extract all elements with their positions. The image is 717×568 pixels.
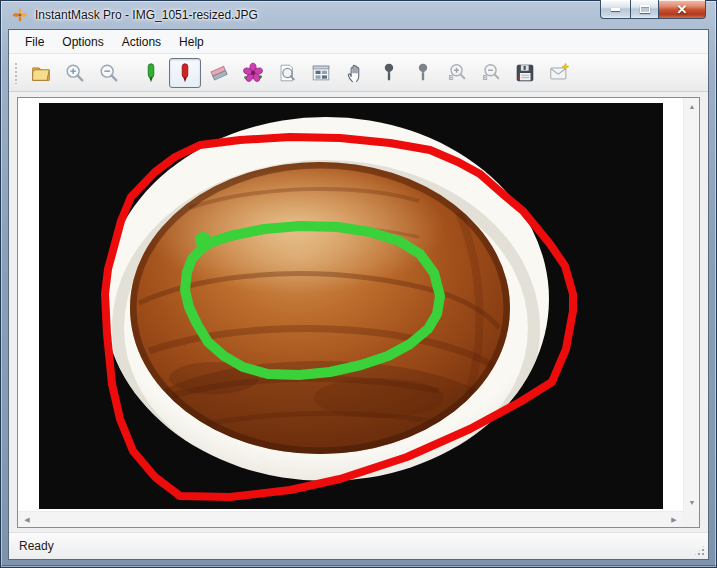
status-text: Ready [19,539,54,553]
email-icon [548,62,570,84]
open-folder-button[interactable] [25,58,57,88]
scroll-up-arrow[interactable]: ▲ [684,99,700,114]
photo-wooden-bowl[interactable] [39,103,663,509]
flower-mask-button[interactable] [237,58,269,88]
grid-view-button[interactable] [305,58,337,88]
brush-button[interactable] [373,58,405,88]
eraser-icon [208,62,230,84]
red-marker-icon [174,62,196,84]
menu-options[interactable]: Options [53,32,112,52]
menu-actions[interactable]: Actions [113,32,170,52]
window-controls: ✕ [600,0,706,19]
window-title: InstantMask Pro - IMG_1051-resized.JPG [35,8,258,22]
grid-view-icon [310,62,332,84]
eraser-button[interactable] [203,58,235,88]
scroll-left-arrow[interactable]: ◀ [19,512,35,527]
menubar: File Options Actions Help [9,30,708,53]
minimize-icon [611,8,620,11]
zoom-in-button[interactable] [59,58,91,88]
minimize-button[interactable] [600,0,630,19]
red-marker-button[interactable] [169,58,201,88]
brush-zoom-out-button[interactable]: B [475,58,507,88]
photo-image [39,103,663,509]
close-button[interactable]: ✕ [659,0,706,19]
preview-magnifier-icon [276,62,298,84]
scrollbar-corner [683,511,699,527]
green-marker-icon [140,62,162,84]
resize-grip[interactable] [693,544,706,557]
brush-zoom-in-icon: B [446,62,468,84]
maximize-button[interactable] [630,0,659,19]
svg-text:B: B [449,74,454,81]
close-icon: ✕ [677,2,688,17]
flower-icon [242,62,264,84]
horizontal-scrollbar[interactable]: ◀ ▶ [18,511,683,527]
brush-zoom-out-icon: B [480,62,502,84]
statusbar: Ready [9,532,708,559]
save-icon [514,62,536,84]
zoom-out-icon [98,62,120,84]
maximize-icon [640,5,650,13]
pan-hand-button[interactable] [339,58,371,88]
toolbar-grip[interactable] [14,62,19,84]
menu-file[interactable]: File [16,32,53,52]
preview-button[interactable] [271,58,303,88]
green-marker-button[interactable] [135,58,167,88]
brush-icon [378,62,400,84]
app-body: File Options Actions Help [8,29,709,560]
brush-light-icon [412,62,434,84]
image-canvas[interactable]: ▲ ▼ ◀ ▶ [17,97,700,528]
app-icon [11,6,29,24]
app-window: InstantMask Pro - IMG_1051-resized.JPG ✕… [0,0,717,568]
titlebar[interactable]: InstantMask Pro - IMG_1051-resized.JPG ✕ [0,0,717,29]
zoom-out-button[interactable] [93,58,125,88]
zoom-in-icon [64,62,86,84]
brush-light-button[interactable] [407,58,439,88]
email-button[interactable] [543,58,575,88]
scroll-down-arrow[interactable]: ▼ [684,495,700,510]
toolbar: B B [9,53,708,92]
scroll-right-arrow[interactable]: ▶ [666,512,682,527]
open-folder-icon [30,62,52,84]
save-button[interactable] [509,58,541,88]
content-area: ▲ ▼ ◀ ▶ [9,92,708,532]
menu-help[interactable]: Help [170,32,213,52]
brush-zoom-in-button[interactable]: B [441,58,473,88]
vertical-scrollbar[interactable]: ▲ ▼ [683,98,699,511]
pan-hand-icon [344,62,366,84]
svg-text:B: B [483,74,488,81]
